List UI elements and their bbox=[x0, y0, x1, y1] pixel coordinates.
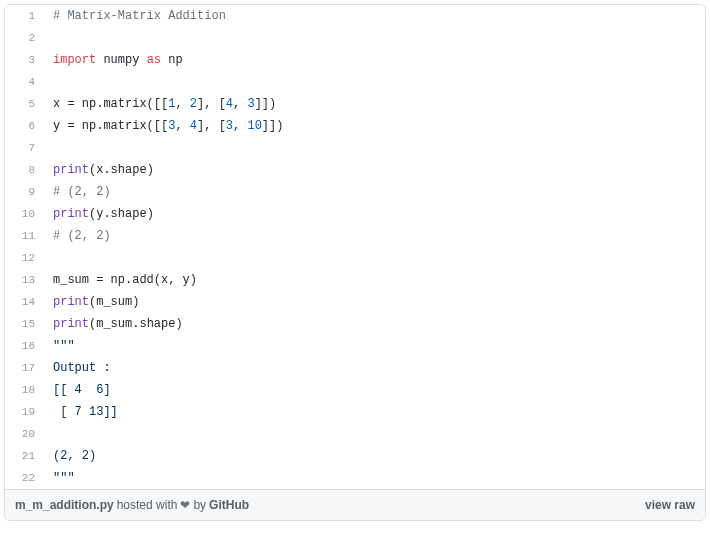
line-content[interactable]: (2, 2) bbox=[47, 445, 96, 467]
code-line: 16""" bbox=[5, 335, 705, 357]
view-raw-link[interactable]: view raw bbox=[645, 498, 695, 512]
by-text: by bbox=[193, 498, 206, 512]
code-line: 22""" bbox=[5, 467, 705, 489]
line-number[interactable]: 19 bbox=[5, 401, 47, 423]
line-content[interactable]: """ bbox=[47, 467, 75, 489]
line-number[interactable]: 10 bbox=[5, 203, 47, 225]
line-number[interactable]: 2 bbox=[5, 27, 47, 49]
code-line: 9# (2, 2) bbox=[5, 181, 705, 203]
line-number[interactable]: 16 bbox=[5, 335, 47, 357]
code-line: 11# (2, 2) bbox=[5, 225, 705, 247]
code-line: 10print(y.shape) bbox=[5, 203, 705, 225]
code-line: 12 bbox=[5, 247, 705, 269]
line-number[interactable]: 20 bbox=[5, 423, 47, 445]
code-line: 18[[ 4 6] bbox=[5, 379, 705, 401]
line-content[interactable]: print(m_sum.shape) bbox=[47, 313, 183, 335]
code-line: 19 [ 7 13]] bbox=[5, 401, 705, 423]
line-number[interactable]: 8 bbox=[5, 159, 47, 181]
line-content[interactable]: # Matrix-Matrix Addition bbox=[47, 5, 226, 27]
filename-link[interactable]: m_m_addition.py bbox=[15, 498, 114, 512]
line-content[interactable]: """ bbox=[47, 335, 75, 357]
line-number[interactable]: 12 bbox=[5, 247, 47, 269]
line-number[interactable]: 3 bbox=[5, 49, 47, 71]
line-content[interactable]: print(x.shape) bbox=[47, 159, 154, 181]
line-content[interactable]: # (2, 2) bbox=[47, 225, 111, 247]
line-number[interactable]: 22 bbox=[5, 467, 47, 489]
line-content[interactable]: # (2, 2) bbox=[47, 181, 111, 203]
hosted-text: hosted with bbox=[117, 498, 178, 512]
line-number[interactable]: 6 bbox=[5, 115, 47, 137]
code-line: 21(2, 2) bbox=[5, 445, 705, 467]
line-content[interactable]: import numpy as np bbox=[47, 49, 183, 71]
line-number[interactable]: 18 bbox=[5, 379, 47, 401]
code-line: 5x = np.matrix([[1, 2], [4, 3]]) bbox=[5, 93, 705, 115]
line-number[interactable]: 21 bbox=[5, 445, 47, 467]
code-line: 2 bbox=[5, 27, 705, 49]
code-line: 17Output : bbox=[5, 357, 705, 379]
code-line: 13m_sum = np.add(x, y) bbox=[5, 269, 705, 291]
line-number[interactable]: 13 bbox=[5, 269, 47, 291]
code-line: 14print(m_sum) bbox=[5, 291, 705, 313]
code-line: 4 bbox=[5, 71, 705, 93]
heart-icon: ❤ bbox=[180, 498, 190, 512]
code-line: 8print(x.shape) bbox=[5, 159, 705, 181]
line-number[interactable]: 11 bbox=[5, 225, 47, 247]
code-line: 7 bbox=[5, 137, 705, 159]
code-line: 20 bbox=[5, 423, 705, 445]
footer-left: m_m_addition.py hosted with ❤ by GitHub bbox=[15, 498, 249, 512]
code-line: 6y = np.matrix([[3, 4], [3, 10]]) bbox=[5, 115, 705, 137]
github-link[interactable]: GitHub bbox=[209, 498, 249, 512]
code-line: 1# Matrix-Matrix Addition bbox=[5, 5, 705, 27]
line-content[interactable]: print(y.shape) bbox=[47, 203, 154, 225]
line-number[interactable]: 1 bbox=[5, 5, 47, 27]
line-content[interactable]: print(m_sum) bbox=[47, 291, 139, 313]
line-number[interactable]: 7 bbox=[5, 137, 47, 159]
line-number[interactable]: 15 bbox=[5, 313, 47, 335]
gist-footer: m_m_addition.py hosted with ❤ by GitHub … bbox=[5, 489, 705, 520]
line-content[interactable]: y = np.matrix([[3, 4], [3, 10]]) bbox=[47, 115, 283, 137]
line-content[interactable]: [ 7 13]] bbox=[47, 401, 118, 423]
line-number[interactable]: 4 bbox=[5, 71, 47, 93]
gist-container: 1# Matrix-Matrix Addition23import numpy … bbox=[4, 4, 706, 521]
line-content[interactable]: x = np.matrix([[1, 2], [4, 3]]) bbox=[47, 93, 276, 115]
code-line: 3import numpy as np bbox=[5, 49, 705, 71]
line-number[interactable]: 5 bbox=[5, 93, 47, 115]
line-content[interactable]: m_sum = np.add(x, y) bbox=[47, 269, 197, 291]
line-content[interactable]: Output : bbox=[47, 357, 111, 379]
code-area: 1# Matrix-Matrix Addition23import numpy … bbox=[5, 5, 705, 489]
line-number[interactable]: 14 bbox=[5, 291, 47, 313]
code-line: 15print(m_sum.shape) bbox=[5, 313, 705, 335]
line-number[interactable]: 17 bbox=[5, 357, 47, 379]
line-number[interactable]: 9 bbox=[5, 181, 47, 203]
line-content[interactable]: [[ 4 6] bbox=[47, 379, 111, 401]
